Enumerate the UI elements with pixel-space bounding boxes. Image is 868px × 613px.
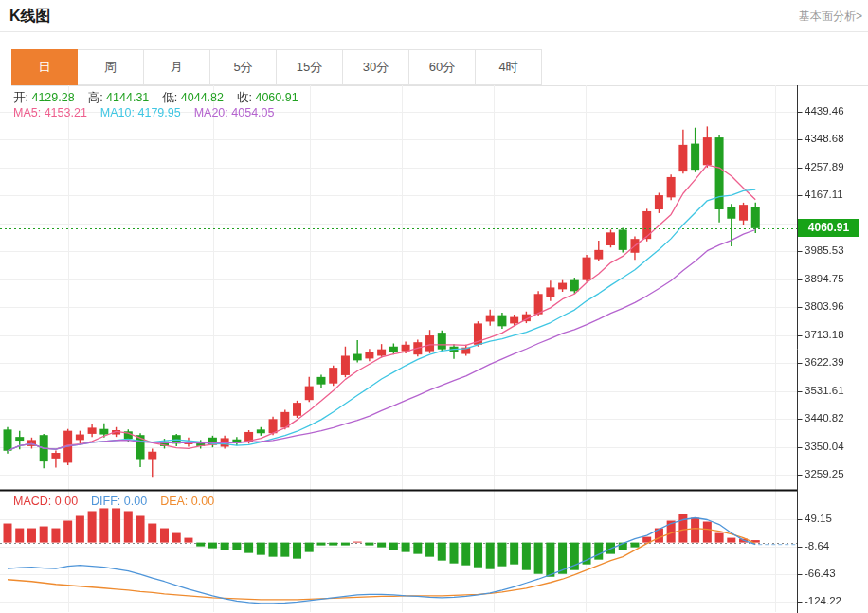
macd-dea-label: DEA: — [160, 495, 188, 508]
title-bar: K线图 基本面分析> — [0, 0, 868, 32]
price-axis-label: 3985.53 — [805, 244, 844, 256]
price-axis-label: 3894.75 — [805, 273, 844, 284]
tab-h4[interactable]: 4时 — [476, 49, 542, 85]
macd-axis-label: -66.43 — [805, 568, 836, 579]
ohlc-high-value: 4144.31 — [103, 91, 150, 104]
ma-ma5-value: 4153.21 — [41, 106, 87, 119]
tab-m30[interactable]: 30分 — [343, 49, 409, 85]
ma-ma20-value: 4054.05 — [228, 106, 275, 119]
tab-day[interactable]: 日 — [11, 49, 78, 85]
price-axis-label: 3350.04 — [805, 441, 844, 452]
ohlc-close-value: 4060.91 — [252, 91, 298, 104]
price-axis-label: 4167.11 — [805, 189, 843, 200]
price-axis-label: 4257.89 — [805, 161, 844, 172]
macd-diff-value: 0.00 — [120, 495, 147, 508]
macd-axis-label: -8.64 — [805, 540, 829, 551]
ma-ma20-label: MA20: — [194, 106, 228, 119]
tab-m15[interactable]: 15分 — [277, 49, 343, 85]
price-axis-label: 3803.96 — [805, 300, 844, 312]
fundamental-analysis-link[interactable]: 基本面分析> — [799, 9, 862, 25]
ohlc-low-label: 低: — [162, 91, 177, 104]
tab-month[interactable]: 月 — [144, 49, 210, 85]
macd-axis-label: 49.15 — [805, 513, 832, 524]
chart-area: 开: 4129.28高: 4144.31低: 4044.82收: 4060.91… — [0, 85, 868, 613]
ohlc-close-label: 收: — [237, 91, 252, 104]
price-axis-label: 4348.68 — [805, 133, 844, 144]
macd-macd-label: MACD: — [13, 495, 51, 508]
kline-chart-canvas[interactable] — [0, 85, 868, 613]
ma-ma10-label: MA10: — [100, 106, 135, 119]
macd-diff-label: DIFF: — [91, 495, 120, 508]
macd-dea-value: 0.00 — [188, 495, 214, 508]
price-axis-label: 3622.39 — [805, 356, 844, 368]
price-axis-label: 4439.46 — [805, 105, 844, 117]
ma-ma10-value: 4179.95 — [135, 106, 181, 119]
interval-tabbar: 日周月5分15分30分60分4时 — [11, 49, 868, 86]
macd-axis-label: -124.22 — [805, 595, 841, 606]
macd-legend-row: MACD: 0.00DIFF: 0.00DEA: 0.00 — [13, 495, 227, 508]
macd-macd-value: 0.00 — [51, 495, 78, 508]
current-price-tag: 4060.91 — [798, 219, 859, 237]
ohlc-info-row: 开: 4129.28高: 4144.31低: 4044.82收: 4060.91 — [13, 90, 312, 106]
ohlc-open-value: 4129.28 — [28, 91, 75, 104]
tab-m5[interactable]: 5分 — [210, 49, 277, 85]
ohlc-open-label: 开: — [13, 91, 28, 104]
price-axis-label: 3531.61 — [805, 385, 844, 396]
price-axis-label: 3440.82 — [805, 412, 844, 424]
ma-legend-row: MA5: 4153.21MA10: 4179.95MA20: 4054.05 — [13, 106, 287, 119]
page-title: K线图 — [9, 7, 51, 27]
price-axis-label: 3259.25 — [805, 468, 844, 479]
ma-ma5-label: MA5: — [13, 106, 41, 119]
ohlc-low-value: 4044.82 — [177, 91, 224, 104]
tab-m60[interactable]: 60分 — [409, 49, 476, 85]
ohlc-high-label: 高: — [88, 91, 103, 104]
price-axis-label: 3713.18 — [805, 329, 844, 340]
tab-week[interactable]: 周 — [78, 49, 144, 85]
